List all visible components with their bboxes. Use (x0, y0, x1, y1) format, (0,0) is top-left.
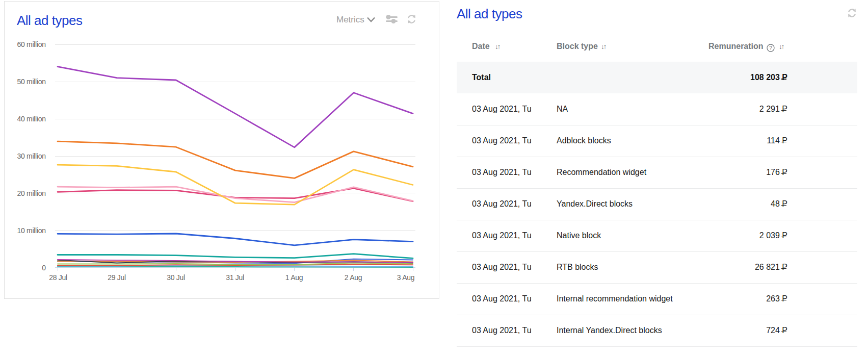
svg-text:30 million: 30 million (17, 152, 46, 160)
svg-text:0: 0 (42, 264, 46, 272)
svg-text:20 million: 20 million (17, 189, 46, 197)
svg-text:40 million: 40 million (17, 115, 46, 123)
svg-text:29 Jul: 29 Jul (108, 273, 126, 282)
svg-text:2 Aug: 2 Aug (345, 273, 362, 282)
svg-text:31 Jul: 31 Jul (226, 273, 244, 282)
svg-text:30 Jul: 30 Jul (167, 273, 185, 282)
svg-text:?: ? (769, 45, 772, 51)
svg-text:60 million: 60 million (17, 40, 46, 48)
svg-text:10 million: 10 million (17, 226, 46, 235)
svg-text:50 million: 50 million (17, 78, 46, 86)
svg-text:3 Aug: 3 Aug (397, 273, 414, 282)
svg-text:28 Jul: 28 Jul (49, 273, 67, 282)
svg-text:1 Aug: 1 Aug (285, 273, 303, 282)
